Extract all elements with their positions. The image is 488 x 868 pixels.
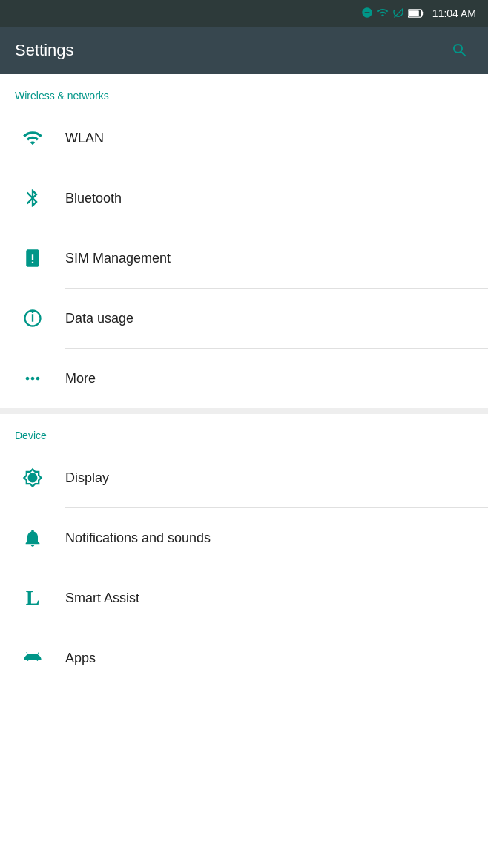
status-bar: 11:04 AM [0, 0, 488, 27]
more-label: More [65, 371, 96, 387]
svg-rect-1 [421, 11, 423, 15]
divider [65, 688, 488, 688]
display-label: Display [65, 470, 109, 486]
bluetooth-item[interactable]: Bluetooth [0, 168, 488, 228]
section-divider [0, 408, 488, 414]
more-dots-icon [15, 368, 50, 389]
bluetooth-icon [15, 188, 50, 208]
bell-icon [15, 527, 50, 548]
data-usage-label: Data usage [65, 311, 133, 326]
page-title: Settings [15, 41, 74, 60]
wifi-icon [15, 128, 50, 148]
status-time: 11:04 AM [432, 7, 476, 19]
display-item[interactable]: Display [0, 448, 488, 507]
smart-assist-item[interactable]: L Smart Assist [0, 568, 488, 628]
bluetooth-label: Bluetooth [65, 191, 122, 206]
device-section-header: Device [0, 414, 488, 448]
notifications-item[interactable]: Notifications and sounds [0, 508, 488, 568]
notifications-label: Notifications and sounds [65, 530, 211, 546]
sim-item[interactable]: SIM Management [0, 228, 488, 288]
sim-icon [15, 248, 50, 269]
wlan-label: WLAN [65, 131, 104, 146]
android-icon [15, 648, 50, 668]
apps-item[interactable]: Apps [0, 628, 488, 688]
sim-label: SIM Management [65, 251, 171, 266]
battery-icon [408, 8, 424, 19]
smart-assist-icon: L [15, 586, 50, 610]
wireless-section-title: Wireless & networks [15, 90, 109, 102]
svg-rect-2 [409, 10, 419, 16]
wireless-section-header: Wireless & networks [0, 74, 488, 108]
wifi-status-icon [377, 7, 389, 20]
data-usage-icon [15, 308, 50, 329]
apps-label: Apps [65, 651, 96, 666]
more-item[interactable]: More [0, 349, 488, 408]
data-usage-item[interactable]: Data usage [0, 289, 488, 348]
smart-assist-label: Smart Assist [65, 591, 139, 606]
device-section: Device Display Notifications and sounds … [0, 414, 488, 688]
app-header: Settings [0, 27, 488, 74]
search-button[interactable] [446, 37, 473, 64]
device-section-title: Device [15, 430, 47, 441]
brightness-icon [15, 467, 50, 488]
wlan-item[interactable]: WLAN [0, 108, 488, 168]
do-not-disturb-icon [361, 7, 373, 20]
wireless-section: Wireless & networks WLAN Bluetooth SIM M… [0, 74, 488, 408]
no-signal-icon [392, 7, 404, 20]
status-icons: 11:04 AM [361, 7, 476, 20]
